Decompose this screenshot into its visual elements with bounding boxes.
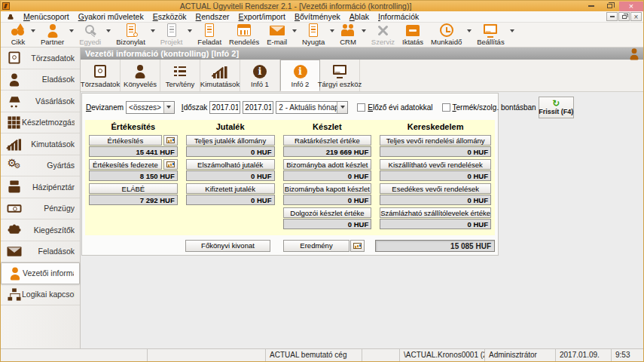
bottom-row: Főkönyvi kivonat Eredmény 15 085 HUF xyxy=(85,239,495,252)
ertekesites-fedezete-chart-button[interactable] xyxy=(163,159,178,170)
toolbar-item-label: Beállítás xyxy=(477,38,504,46)
mdi-minimize-button[interactable] xyxy=(606,12,618,21)
toolbar-item-partner[interactable]: Partner xyxy=(37,23,68,46)
chevron-down-icon[interactable] xyxy=(105,29,112,32)
tab-info-1[interactable]: Infó 1 xyxy=(240,60,280,91)
toolbar-item-e-mail[interactable]: E-mail xyxy=(263,23,291,46)
sidebar-item-vezetoi-informacio[interactable]: Vezetői információ xyxy=(1,262,80,284)
menu-item-menucsoport[interactable]: Menücsoport xyxy=(19,12,74,21)
sidebar-item-torzsadatok[interactable]: Törzsadatok xyxy=(1,48,80,69)
kpi-column-ertekesites: ÉrtékesítésÉrtékesítés15 441 HUFÉrtékesí… xyxy=(89,122,178,232)
menu-item-ablak[interactable]: Ablak xyxy=(345,12,374,21)
menu-item-gyakori-muveletek[interactable]: Gyakori műveletek xyxy=(74,12,148,21)
chevron-down-icon[interactable] xyxy=(328,29,336,32)
sidebar-item-hazipenztar[interactable]: Házipénztár xyxy=(1,176,80,198)
product-breakdown-label: Termék/szolg. bontásban xyxy=(453,103,536,112)
menu-item-bovitmenyek[interactable]: Bővítmények xyxy=(290,12,345,21)
fokonyvi-kivonat-button[interactable]: Főkönyvi kivonat xyxy=(185,240,270,252)
chevron-down-icon[interactable] xyxy=(360,29,368,32)
bizomanyba-adott-keszlet-button[interactable]: Bizományba adott készlet xyxy=(283,159,372,170)
tab-targyi-eszkoz[interactable]: Tárgyi eszköz xyxy=(320,60,360,91)
teljes-vevoi-rendelesi-allomany-button[interactable]: Teljes vevői rendelési állomány xyxy=(380,135,491,146)
tab-kimutatasok[interactable]: Kimutatások xyxy=(200,60,240,91)
chevron-down-icon[interactable] xyxy=(186,29,194,32)
sidebar-item-kiegeszitok[interactable]: Kiegészítők xyxy=(1,219,80,241)
eredmeny-chart-button[interactable] xyxy=(350,240,365,252)
menu-item-rendszer[interactable]: Rendszer xyxy=(191,12,234,21)
sidebar-item-logikai-kapcsolat[interactable]: Logikai kapcsolat xyxy=(1,284,80,306)
close-button[interactable] xyxy=(619,2,643,11)
devizanem-select[interactable]: <összes> xyxy=(126,101,175,114)
toolbar-item-cikk[interactable]: Cikk xyxy=(7,23,29,46)
chevron-down-icon[interactable] xyxy=(149,29,157,32)
toolbar-item-bizonylat[interactable]: Bizonylat xyxy=(112,23,149,46)
teljes-jutalek-allomany-button[interactable]: Teljes jutalék állomány xyxy=(186,135,275,146)
tab-konyveles[interactable]: Könyvelés xyxy=(121,60,160,91)
menu-item-eszkozok[interactable]: Eszközök xyxy=(148,12,191,21)
toolbar-item-crm[interactable]: CRM xyxy=(336,23,360,46)
sidebar-item-kimutatasok[interactable]: Kimutatások xyxy=(1,133,80,155)
chevron-down-icon[interactable] xyxy=(508,29,516,32)
menu-bar: MenücsoportGyakori műveletekEszközökRend… xyxy=(1,11,643,23)
szamlazhato-szallitolevelek-erteke-button[interactable]: Számlázható szállítólevelek értéke xyxy=(380,207,491,218)
dolgozoi-keszlet-erteke-button[interactable]: Dolgozói készlet értéke xyxy=(283,207,372,218)
menu-item-informaciok[interactable]: Információk xyxy=(374,12,423,21)
column-title: Értékesítés xyxy=(89,122,178,134)
toolbar-item-beallitas[interactable]: Beállítás xyxy=(473,23,508,46)
sidebar-item-feladasok[interactable]: Feladások xyxy=(1,241,80,263)
elabe-button[interactable]: ELÁBÉ xyxy=(89,183,178,194)
eredmeny-button[interactable]: Eredmény xyxy=(283,240,349,252)
prev-year-checkbox[interactable] xyxy=(357,103,365,112)
chevron-down-icon[interactable] xyxy=(68,29,75,32)
tab-terv-teny[interactable]: Terv/tény xyxy=(160,60,200,91)
kiszallithato-vevoi-rendelesek-button[interactable]: Kiszállítható vevői rendelések xyxy=(380,159,491,170)
esedekes-vevoi-rendelesek-button[interactable]: Esedékes vevői rendelések xyxy=(380,183,491,194)
dolgozoi-keszlet-erteke-value: 0 HUF xyxy=(283,219,372,229)
refresh-button[interactable]: Frissít (F4) xyxy=(539,97,574,118)
toolbar-item-iktatas[interactable]: Iktatás xyxy=(398,23,427,46)
product-breakdown-checkbox[interactable] xyxy=(442,103,450,112)
sidebar-item-vasarlasok[interactable]: Vásárlások xyxy=(1,90,80,112)
status-date: 2017.01.09. xyxy=(556,349,612,361)
people-icon xyxy=(340,23,356,38)
date-to-input[interactable] xyxy=(243,101,273,114)
sidebar-item-penzugy[interactable]: Pénzügy xyxy=(1,198,80,220)
menu-item-export-import[interactable]: Export/import xyxy=(234,12,290,21)
mdi-restore-button[interactable] xyxy=(618,12,630,21)
date-from-input[interactable] xyxy=(209,101,240,114)
elszamolhato-jutalek-button[interactable]: Elszámolható jutalék xyxy=(186,159,275,170)
chevron-down-icon[interactable] xyxy=(465,29,473,32)
sidebar-item-label: Logikai kapcsolat xyxy=(22,290,75,299)
toolbar-item-feladat[interactable]: Feladat xyxy=(194,23,225,46)
kifizetett-jutalek-button[interactable]: Kifizetett jutalék xyxy=(186,183,275,194)
document-search-icon xyxy=(124,23,139,38)
toolbar-item-munkaido[interactable]: Munkaidő xyxy=(427,23,465,46)
mdi-close-button[interactable] xyxy=(630,12,642,21)
safe-icon xyxy=(8,51,22,65)
ertekesites-value: 15 441 HUF xyxy=(89,146,178,157)
sidebar-item-eladasok[interactable]: Eladások xyxy=(1,69,80,91)
ertekesites-button[interactable]: Értékesítés xyxy=(89,135,162,146)
minimize-button[interactable] xyxy=(581,2,600,11)
tab-torzsadatok[interactable]: Törzsadatok xyxy=(81,60,121,91)
sidebar-item-gyartas[interactable]: Gyártás xyxy=(1,155,80,177)
sidebar-item-keszletmozgasok[interactable]: Készletmozgások xyxy=(1,112,80,134)
ertekesites-chart-button[interactable] xyxy=(163,135,178,146)
chevron-down-icon[interactable] xyxy=(291,29,298,32)
raktarkeszlet-erteke-button[interactable]: Raktárkészlet értéke xyxy=(283,135,372,146)
bizomanyba-kapott-keszlet-button[interactable]: Bizományba kapott készlet xyxy=(283,183,372,194)
szamlazhato-szallitolevelek-erteke-value: 0 HUF xyxy=(380,219,491,229)
orgchart-icon xyxy=(8,287,22,301)
elszamolhato-jutalek-value: 0 HUF xyxy=(186,170,275,181)
chevron-down-icon[interactable] xyxy=(29,29,37,32)
filter-row: Devizanem <összes> Időszak 2 - Aktuális … xyxy=(85,96,495,118)
period-select[interactable]: 2 - Aktuális hónap xyxy=(276,101,348,114)
toolbar-item-rendeles[interactable]: Rendelés xyxy=(225,23,263,46)
ertekesites-fedezete-button[interactable]: Értékesítés fedezete xyxy=(89,159,162,170)
chevron-down-icon[interactable] xyxy=(337,102,347,113)
restore-button[interactable] xyxy=(600,2,619,11)
toolbar-item-nyugta[interactable]: Nyugta xyxy=(298,23,328,46)
tab-label: Könyvelés xyxy=(124,80,157,88)
chevron-down-icon[interactable] xyxy=(163,102,174,113)
tab-info-2[interactable]: Infó 2 xyxy=(280,60,320,91)
